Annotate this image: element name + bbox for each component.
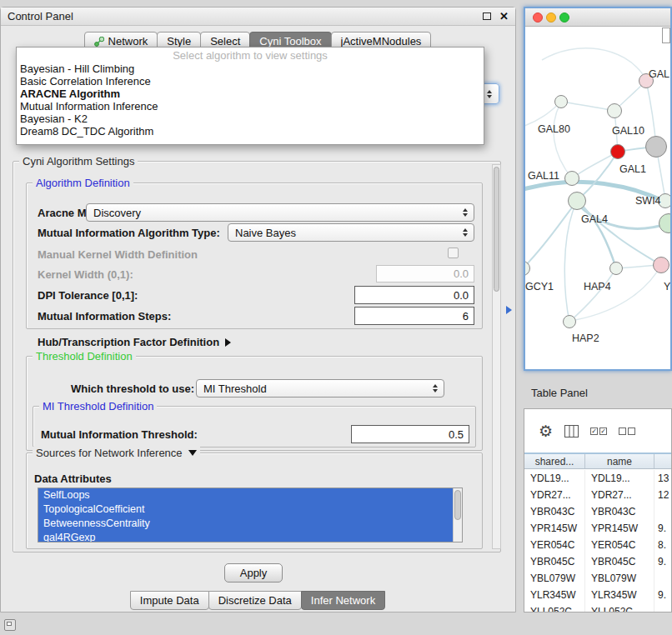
network-node-label: GAL10	[612, 125, 644, 137]
tab-label: Network	[108, 35, 148, 48]
network-window-titlebar[interactable]	[525, 8, 670, 27]
tab-impute-data[interactable]: Impute Data	[130, 591, 209, 610]
algorithm-option[interactable]: ARACNE Algorithm	[17, 88, 484, 100]
combo-arrows-icon	[487, 90, 492, 98]
table-cell: YBR043C	[585, 503, 654, 520]
attribute-item[interactable]: BetweennessCentrality	[38, 517, 453, 531]
data-attributes-label: Data Attributes	[34, 472, 112, 486]
table-cell: 9.	[654, 553, 671, 570]
table-panel-window: ⚙ ✓✓ shared...name YDL19...YDL19...13YDR…	[524, 408, 672, 612]
network-node-label: HAP4	[584, 281, 611, 292]
table-cell: YBR045C	[524, 553, 585, 570]
hub-section-toggle[interactable]: Hub/Transcription Factor Definition	[38, 336, 231, 348]
table-cell: YLR345W	[524, 587, 585, 603]
table-cell: 8.	[654, 537, 671, 553]
zoom-traffic-light[interactable]	[559, 12, 569, 22]
network-node[interactable]	[564, 171, 579, 186]
network-node[interactable]	[563, 315, 576, 328]
collapse-arrow-icon	[188, 450, 197, 456]
network-node-label: HAP2	[572, 332, 599, 344]
minimized-panel-icon[interactable]	[4, 619, 16, 631]
table-cell: YBR043C	[524, 503, 585, 520]
network-node[interactable]	[607, 103, 622, 118]
table-cell: YPR145W	[524, 520, 585, 537]
combo-arrows-icon	[433, 384, 438, 392]
network-node-label: GAL1	[619, 163, 646, 175]
column-header[interactable]: shared...	[524, 454, 585, 468]
mi-threshold-value: 0.5	[449, 428, 464, 441]
threshold-definition-title: Threshold Definition	[33, 350, 136, 362]
mi-algorithm-type-label: Mutual Information Algorithm Type:	[38, 227, 220, 240]
threshold-type-select[interactable]: MI Threshold	[196, 379, 444, 398]
tab-label: Style	[167, 35, 191, 48]
table-cell: 13	[654, 470, 671, 487]
algorithm-option[interactable]: Bayesian - Hill Climbing	[17, 62, 484, 75]
network-node[interactable]	[610, 144, 625, 159]
gear-icon[interactable]: ⚙	[539, 423, 553, 439]
table-row[interactable]: YLL052CYLL052C	[524, 603, 671, 612]
table-cell: YLR345W	[585, 587, 654, 603]
column-header[interactable]: name	[585, 454, 654, 468]
mi-threshold-field[interactable]: 0.5	[351, 425, 469, 443]
algorithm-option[interactable]: Dream8 DC_TDC Algorithm	[17, 125, 484, 138]
table-row[interactable]: YLR345WYLR345W9.	[524, 587, 671, 603]
tab-label: Impute Data	[140, 594, 199, 607]
network-view-window: GALGAL80GAL10GAL1GAL11SWI4GAL4GCY1HAP4YH…	[524, 7, 672, 371]
algorithm-option[interactable]: Bayesian - K2	[17, 112, 484, 125]
algorithm-dropdown: Select algorithm to view settings Bayesi…	[16, 47, 484, 145]
close-icon[interactable]: ✕	[499, 12, 509, 22]
attribute-item[interactable]: gal4RGexp	[38, 531, 453, 542]
network-node-label: Y	[664, 281, 670, 292]
sources-section-toggle[interactable]: Sources for Network Inference	[33, 447, 200, 459]
algorithm-option[interactable]: Basic Correlation Inference	[17, 75, 484, 88]
mi-steps-field[interactable]: 6	[354, 307, 474, 325]
network-node[interactable]	[554, 95, 568, 108]
mi-threshold-label: Mutual Information Threshold:	[41, 428, 198, 442]
settings-scrollbar[interactable]	[492, 164, 501, 549]
threshold-type-value: MI Threshold	[203, 382, 267, 395]
aracne-mode-select[interactable]: Discovery	[86, 203, 474, 222]
network-node[interactable]	[568, 192, 586, 210]
attribute-item[interactable]: TopologicalCoefficient	[38, 502, 453, 517]
tab-label: Discretize Data	[218, 594, 292, 607]
table-row[interactable]: YDL19...YDL19...13	[524, 470, 671, 487]
column-header[interactable]	[654, 454, 671, 468]
network-node-label: GCY1	[525, 281, 554, 292]
table-row[interactable]: YBL079WYBL079W	[524, 570, 671, 587]
table-cell: YLL052C	[585, 603, 654, 612]
table-cell: 9.	[654, 520, 671, 537]
apply-button[interactable]: Apply	[224, 563, 283, 582]
minimize-traffic-light[interactable]	[546, 12, 556, 22]
table-toolbar: ⚙ ✓✓	[524, 409, 671, 452]
attribute-item[interactable]: SelfLoops	[38, 488, 453, 502]
dpi-tolerance-field[interactable]: 0.0	[354, 286, 474, 304]
attributes-scrollbar[interactable]	[453, 488, 462, 542]
algorithm-option[interactable]: Mutual Information Inference	[17, 100, 484, 112]
table-row[interactable]: YER054CYER054C8.	[524, 537, 671, 553]
kernel-width-label: Kernel Width (0,1):	[38, 268, 133, 282]
table-cell: 9.	[654, 587, 671, 603]
close-traffic-light[interactable]	[533, 12, 543, 22]
columns-icon[interactable]	[564, 425, 579, 438]
attributes-scrollbar-thumb[interactable]	[454, 490, 461, 520]
tab-discretize-data[interactable]: Discretize Data	[208, 591, 302, 610]
deselect-all-columns-icon[interactable]	[619, 428, 635, 435]
table-row[interactable]: YDR27...YDR27...12	[524, 487, 671, 503]
hub-section-label: Hub/Transcription Factor Definition	[38, 336, 219, 348]
manual-kernel-width-label: Manual Kernel Width Definition	[38, 248, 198, 262]
network-node[interactable]	[645, 136, 667, 158]
control-panel-titlebar[interactable]: Control Panel ✕	[1, 8, 515, 26]
select-all-columns-icon[interactable]: ✓✓	[590, 428, 607, 435]
float-window-icon[interactable]	[483, 12, 491, 20]
table-row[interactable]: YPR145WYPR145W9.	[524, 520, 671, 537]
table-row[interactable]: YBR045CYBR045C9.	[524, 553, 671, 570]
splitter-collapse-arrow[interactable]	[506, 306, 512, 314]
network-node[interactable]	[653, 257, 669, 273]
table-row[interactable]: YBR043CYBR043C	[524, 503, 671, 520]
tab-infer-network[interactable]: Infer Network	[301, 591, 385, 610]
network-node[interactable]	[609, 262, 623, 275]
mi-algorithm-type-select[interactable]: Naive Bayes	[228, 223, 474, 242]
network-scrollbar-button[interactable]	[662, 28, 670, 43]
settings-scrollbar-thumb[interactable]	[494, 167, 499, 292]
network-canvas[interactable]: GALGAL80GAL10GAL1GAL11SWI4GAL4GCY1HAP4YH…	[525, 27, 670, 369]
